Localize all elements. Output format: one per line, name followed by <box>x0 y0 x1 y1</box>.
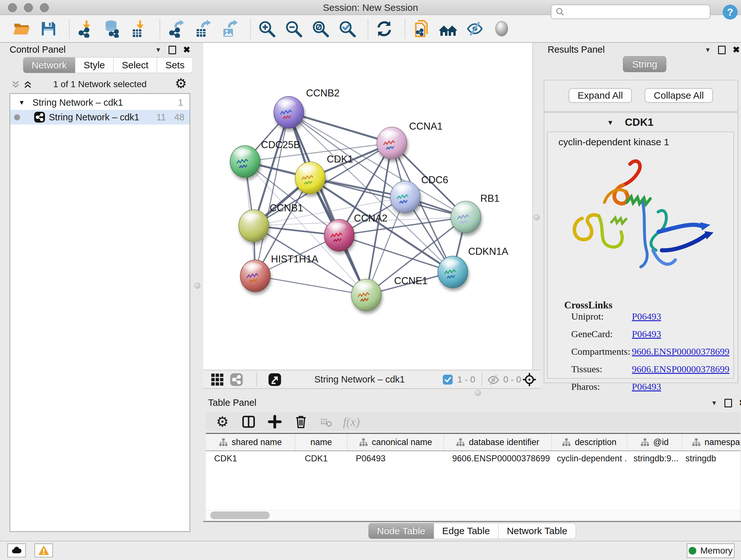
hide-graphics-details-icon[interactable] <box>466 20 484 38</box>
crosslink-row: GeneCard:P06493 <box>571 328 731 343</box>
network-row[interactable]: String Network – cdk1 11 48 <box>10 110 190 125</box>
search-input[interactable] <box>567 7 710 17</box>
panel-collapse-icon[interactable]: ▼ <box>711 399 718 407</box>
network-options-gear-icon[interactable]: ⚙ <box>175 77 187 91</box>
network-canvas[interactable]: CCNB2CCNA1CDC25BCDK1CDC6RB1CCNB1CCNA2CDK… <box>203 43 533 370</box>
cloud-button[interactable] <box>7 543 26 557</box>
warning-button[interactable] <box>35 543 53 557</box>
crosslink-value-link[interactable]: P06493 <box>632 328 661 339</box>
column-header-shared-name[interactable]: shared name <box>206 434 295 450</box>
zoom-fit-icon[interactable] <box>312 20 329 38</box>
checkbox-icon[interactable] <box>442 374 454 385</box>
column-header-description[interactable]: description <box>552 434 627 450</box>
network-node-ccna2[interactable] <box>324 219 354 251</box>
zoom-in-icon[interactable] <box>258 20 276 38</box>
tab-edge-table[interactable]: Edge Table <box>434 523 499 539</box>
network-node-ccne1[interactable] <box>351 279 381 311</box>
network-node-cdkn1a[interactable] <box>438 256 468 288</box>
import-network-file-icon[interactable] <box>77 20 94 38</box>
network-node-cdc25b[interactable] <box>230 145 260 178</box>
grid-icon[interactable] <box>210 373 224 387</box>
table-cell[interactable]: stringdb <box>682 451 740 466</box>
network-node-hist1h1a[interactable] <box>240 260 270 292</box>
level-of-detail-ball-icon[interactable] <box>493 20 511 38</box>
zoom-out-icon[interactable] <box>285 20 302 38</box>
table-cell[interactable]: P06493 <box>347 451 444 466</box>
vertical-splitter-handle[interactable] <box>194 283 200 289</box>
crosshair-icon[interactable] <box>522 373 536 387</box>
tab-network-table[interactable]: Network Table <box>498 523 576 539</box>
panel-close-icon[interactable]: ✖ <box>739 398 741 408</box>
expand-all-button[interactable]: Expand All <box>569 88 632 103</box>
share-document-icon[interactable] <box>412 20 430 38</box>
network-edge[interactable] <box>255 112 289 276</box>
memory-button[interactable]: Memory <box>687 543 735 558</box>
external-view-icon[interactable] <box>268 373 282 387</box>
tree-expander-icon[interactable]: ▼ <box>18 99 25 106</box>
tab-string[interactable]: String <box>623 56 666 72</box>
panel-float-icon[interactable] <box>169 46 176 54</box>
network-node-ccna1[interactable] <box>377 127 407 159</box>
save-session-icon[interactable] <box>40 20 57 38</box>
gear-icon[interactable]: ⚙ <box>215 415 229 429</box>
table-cell[interactable]: 9606.ENSP00000378699 <box>444 451 552 466</box>
export-image-icon[interactable] <box>221 20 239 38</box>
vertical-splitter-handle[interactable] <box>534 214 540 220</box>
crosslink-value-link[interactable]: 9606.ENSP00000378699 <box>632 364 730 374</box>
help-icon[interactable]: ? <box>722 4 738 20</box>
panel-close-icon[interactable]: ✖ <box>183 45 191 55</box>
horizontal-splitter-handle[interactable] <box>475 390 481 396</box>
column-header-@id[interactable]: @id <box>627 434 682 450</box>
export-network-icon[interactable] <box>167 20 185 38</box>
tab-sets[interactable]: Sets <box>157 57 193 73</box>
table-cell[interactable]: cyclin-dependent ... <box>552 451 627 466</box>
crosslink-value-link[interactable]: 9606.ENSP00000378699 <box>632 346 730 357</box>
panel-collapse-icon[interactable]: ▼ <box>704 46 711 54</box>
refresh-view-icon[interactable] <box>375 20 393 38</box>
export-table-icon[interactable] <box>194 20 212 38</box>
import-table-file-icon[interactable] <box>130 20 148 38</box>
tab-style[interactable]: Style <box>75 57 114 73</box>
network-node-cdk1[interactable] <box>295 162 325 194</box>
network-node-ccnb1[interactable] <box>239 210 269 242</box>
search-field[interactable] <box>551 4 711 19</box>
table-hscrollbar[interactable] <box>206 510 740 520</box>
column-header-database-identifier[interactable]: database identifier <box>444 434 552 450</box>
network-collection-row[interactable]: ▼ String Network – cdk1 1 <box>10 95 190 110</box>
network-node-rb1[interactable] <box>451 201 481 233</box>
panel-close-icon[interactable]: ✖ <box>733 45 740 55</box>
table-cell[interactable]: CDK1 <box>206 451 295 466</box>
table-row[interactable]: CDK1CDK1P064939606.ENSP00000378699cyclin… <box>206 451 740 466</box>
panel-float-icon[interactable] <box>718 46 726 54</box>
tab-network[interactable]: Network <box>23 57 75 73</box>
delete-column-icon[interactable] <box>294 415 308 429</box>
column-header-name[interactable]: name <box>295 434 347 450</box>
network-node-ccnb2[interactable] <box>274 97 304 128</box>
split-columns-icon[interactable] <box>242 415 256 429</box>
hscrollbar-thumb[interactable] <box>210 511 270 519</box>
eye-slash-icon[interactable] <box>487 373 500 387</box>
import-network-database-icon[interactable] <box>104 20 121 38</box>
crosslink-value-link[interactable]: P06493 <box>632 381 661 392</box>
toolbar-separator <box>367 19 368 38</box>
crosslink-row: Uniprot:P06493 <box>571 311 731 325</box>
cloud-icon <box>11 545 22 556</box>
column-header-canonical-name[interactable]: canonical name <box>347 434 444 450</box>
network-node-cdc6[interactable] <box>390 181 420 213</box>
column-header-namespace[interactable]: namespace <box>682 434 740 450</box>
share-icon[interactable] <box>229 373 244 387</box>
hidden-counts: 0 - 0 <box>503 374 521 385</box>
entry-expander-icon[interactable]: ▼ <box>607 119 614 126</box>
table-cell[interactable]: CDK1 <box>295 451 347 466</box>
table-cell[interactable]: stringdb:9... <box>627 451 682 466</box>
panel-collapse-icon[interactable]: ▼ <box>155 46 161 54</box>
panel-float-icon[interactable] <box>724 399 732 408</box>
crosslink-value-link[interactable]: P06493 <box>632 311 661 322</box>
collapse-all-button[interactable]: Collapse All <box>645 88 713 103</box>
open-home-icon[interactable] <box>439 20 457 38</box>
tab-select[interactable]: Select <box>114 57 157 73</box>
zoom-selected-icon[interactable] <box>338 20 356 38</box>
tab-node-table[interactable]: Node Table <box>368 523 434 539</box>
open-session-icon[interactable] <box>13 20 30 38</box>
add-column-icon[interactable] <box>268 415 282 429</box>
